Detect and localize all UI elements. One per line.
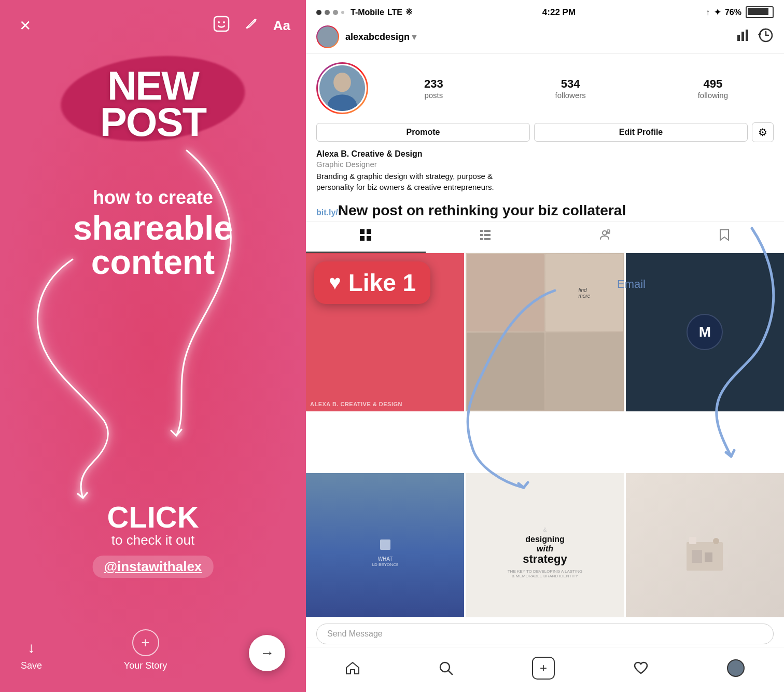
- nav-avatar-inner: [317, 26, 338, 47]
- heart-icon: ♥: [329, 271, 341, 294]
- svg-rect-17: [484, 230, 491, 232]
- story-next-button[interactable]: →: [249, 635, 285, 671]
- settings-button[interactable]: ⚙: [752, 122, 774, 142]
- grid-cell-6[interactable]: [626, 473, 784, 631]
- battery-text: 76%: [725, 8, 741, 17]
- grid-cell-4[interactable]: WHAT WOULD BEYONCE DO?: [306, 473, 464, 631]
- add-icon: +: [532, 657, 555, 680]
- grid-cell-4-bg: WHAT WOULD BEYONCE DO?: [306, 473, 464, 631]
- bio-subtitle: Graphic Designer: [316, 160, 774, 169]
- svg-point-8: [333, 73, 351, 92]
- person-tag-icon: [598, 229, 611, 244]
- posts-label: posts: [424, 91, 443, 100]
- story-add-story-btn[interactable]: + Your Story: [124, 629, 167, 671]
- grid-cell-5[interactable]: & designingwith strategy THE KEY TO DEVE…: [466, 473, 624, 631]
- close-icon[interactable]: ✕: [16, 16, 34, 35]
- svg-rect-0: [214, 17, 229, 31]
- like-count: Like 1: [348, 269, 416, 297]
- nav-right: [736, 27, 774, 47]
- story-subtitle: how to create shareable content: [29, 187, 277, 279]
- story-top-right-icons: Aa: [213, 16, 290, 35]
- story-how-text: how to create: [29, 187, 277, 209]
- story-panel: ✕ Aa NEW PO: [0, 0, 306, 692]
- history-icon[interactable]: [758, 27, 774, 47]
- grid-cell-5-bg: & designingwith strategy THE KEY TO DEVE…: [466, 473, 624, 631]
- svg-rect-22: [380, 539, 390, 550]
- grid-cell-1[interactable]: ♥ Like 1 Alexa B. Creative & Design: [306, 253, 464, 411]
- arrow-right-icon: →: [260, 645, 274, 661]
- nav-avatar[interactable]: [316, 25, 339, 48]
- svg-text:WOULD BEYONCE DO?: WOULD BEYONCE DO?: [372, 562, 398, 567]
- status-bar: T-Mobile LTE ※ 4:22 PM ↑ ✦ 76%: [306, 0, 784, 21]
- tab-list[interactable]: [426, 222, 545, 253]
- save-label: Save: [21, 660, 42, 671]
- nav-profile-button[interactable]: [717, 657, 755, 679]
- tab-grid[interactable]: [306, 222, 426, 253]
- svg-rect-18: [484, 234, 491, 236]
- profile-avatar[interactable]: [316, 62, 368, 114]
- promote-button[interactable]: Promote: [316, 123, 530, 142]
- svg-rect-10: [360, 229, 365, 234]
- tab-saved[interactable]: [665, 222, 785, 253]
- grid-cell-3-bg: M: [626, 253, 784, 411]
- bio-post-main: bit.ly/New post on rethinking your biz c…: [316, 203, 774, 219]
- svg-rect-4: [741, 32, 744, 41]
- svg-text:WHAT: WHAT: [377, 556, 393, 562]
- nav-home-button[interactable]: [335, 659, 370, 677]
- bio-name: Alexa B. Creative & Design: [316, 149, 774, 159]
- bottom-nav: +: [306, 647, 784, 692]
- tab-tagged[interactable]: [545, 222, 665, 253]
- profile-bio: Alexa B. Creative & Design Graphic Desig…: [316, 149, 774, 198]
- status-bar-right: ↑ ✦ 76%: [706, 6, 774, 18]
- grid-cell-2[interactable]: findmore: [466, 253, 624, 411]
- bluetooth-icon: ✦: [714, 7, 721, 17]
- signal-dot-3: [333, 10, 338, 15]
- nav-heart-button[interactable]: [623, 659, 659, 677]
- grid-cell-3[interactable]: M: [626, 253, 784, 411]
- add-circle-icon: +: [132, 629, 159, 656]
- profile-avatar-inner: [318, 64, 367, 113]
- draw-icon[interactable]: [244, 17, 259, 34]
- svg-rect-11: [367, 229, 371, 234]
- signal-icon: ※: [405, 7, 412, 17]
- nav-username-display[interactable]: alexabcdesign ▾: [345, 31, 416, 43]
- bio-post-text: bit.ly/New post on rethinking your biz c…: [316, 198, 774, 219]
- edit-profile-button[interactable]: Edit Profile: [534, 123, 748, 142]
- story-save-btn[interactable]: ↓ Save: [21, 640, 42, 671]
- location-icon: ↑: [706, 8, 710, 17]
- text-aa-icon[interactable]: Aa: [273, 18, 290, 34]
- story-mention-tag[interactable]: @instawithalex: [93, 556, 214, 578]
- svg-rect-26: [689, 537, 696, 544]
- svg-rect-12: [360, 236, 365, 241]
- email-label[interactable]: Email: [617, 278, 646, 291]
- signal-dot-4: [341, 11, 344, 14]
- bar-chart-icon[interactable]: [736, 30, 750, 44]
- send-message-input[interactable]: Send Message: [316, 624, 774, 644]
- story-topbar: ✕ Aa: [0, 0, 306, 46]
- svg-rect-29: [705, 552, 712, 562]
- nav-add-button[interactable]: +: [522, 655, 565, 682]
- signal-dot-1: [316, 10, 321, 15]
- like-notification: ♥ Like 1: [314, 261, 430, 304]
- profile-header: 233 posts 534 followers 495 following Pr…: [306, 54, 784, 219]
- bio-link[interactable]: bit.ly/: [316, 208, 338, 217]
- following-label: following: [698, 91, 728, 100]
- story-click-label: CLICK: [93, 500, 214, 534]
- signal-dot-2: [325, 10, 330, 15]
- stat-posts[interactable]: 233 posts: [424, 77, 443, 100]
- network-text: LTE: [387, 8, 402, 17]
- profile-action-buttons: Promote Edit Profile ⚙: [316, 122, 774, 142]
- stat-followers[interactable]: 534 followers: [555, 77, 586, 100]
- profile-panel: T-Mobile LTE ※ 4:22 PM ↑ ✦ 76% alexabcde…: [306, 0, 784, 692]
- stat-following[interactable]: 495 following: [698, 77, 728, 100]
- nav-search-button[interactable]: [428, 659, 464, 677]
- svg-rect-19: [484, 238, 491, 240]
- download-icon: ↓: [28, 640, 35, 656]
- bio-description: Branding & graphic design with strategy,…: [316, 171, 774, 192]
- status-bar-left: T-Mobile LTE ※: [316, 7, 412, 17]
- carrier-text: T-Mobile: [351, 8, 384, 17]
- face-sticker-icon[interactable]: [213, 16, 230, 35]
- svg-rect-3: [737, 35, 740, 41]
- grid-cell-2-bg: findmore: [466, 253, 624, 411]
- grid-icon: [359, 229, 372, 244]
